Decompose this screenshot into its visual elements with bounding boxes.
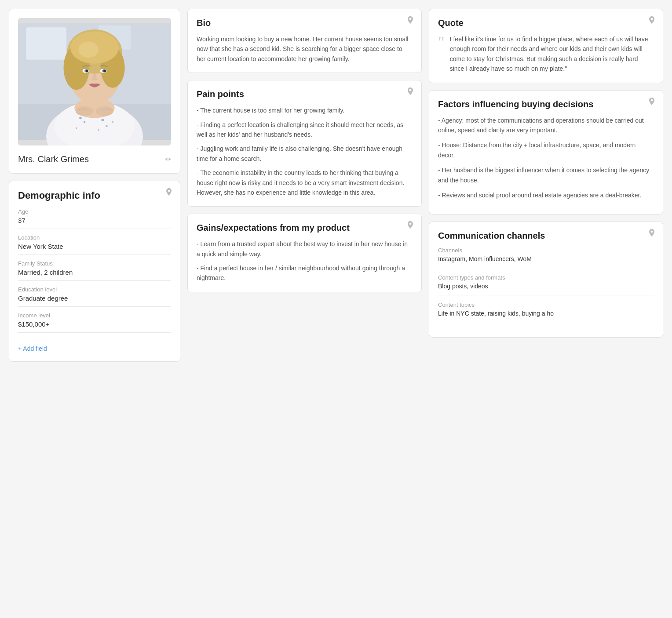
- profile-name-row: Mrs. Clark Grimes ✏: [18, 151, 171, 164]
- pain-points-pin-icon[interactable]: [406, 87, 414, 99]
- gains-card: Gains/expectations from my product - Lea…: [187, 214, 422, 292]
- demographic-pin-icon[interactable]: [165, 188, 173, 200]
- quote-text: I feel like it's time for us to find a b…: [450, 34, 654, 74]
- communication-field: Content types and formats Blog posts, vi…: [438, 274, 654, 295]
- demographic-field-label: Family Status: [18, 260, 171, 267]
- communication-field-value: Blog posts, videos: [438, 283, 654, 295]
- add-field-button[interactable]: + Add field: [18, 345, 47, 352]
- pain-points-card: Pain points - The current house is too s…: [187, 80, 422, 207]
- pain-points-content: - The current house is too small for her…: [197, 105, 413, 197]
- profile-name: Mrs. Clark Grimes: [18, 154, 89, 164]
- factors-pin-icon[interactable]: [648, 98, 656, 109]
- communication-field-label: Content types and formats: [438, 274, 654, 281]
- gains-pin-icon[interactable]: [406, 221, 414, 233]
- left-column: Mrs. Clark Grimes ✏ Demographic info Age…: [9, 9, 180, 362]
- quote-title: Quote: [438, 18, 654, 28]
- communication-card: Communication channels Channels Instagra…: [429, 222, 663, 338]
- demographic-field-label: Age: [18, 208, 171, 215]
- communication-pin-icon[interactable]: [648, 229, 656, 241]
- svg-point-30: [66, 73, 70, 77]
- communication-field-label: Channels: [438, 247, 654, 254]
- svg-point-26: [103, 70, 106, 72]
- quote-mark: ": [438, 34, 445, 74]
- demographic-field: Location New York State: [18, 234, 171, 255]
- quote-pin-icon[interactable]: [648, 16, 656, 28]
- communication-field: Channels Instagram, Mom influencers, WoM: [438, 247, 654, 268]
- svg-point-6: [79, 117, 81, 119]
- demographic-field: Age 37: [18, 208, 171, 229]
- profile-image: [18, 18, 171, 145]
- demographic-card: Demographic info Age 37 Location New Yor…: [9, 181, 180, 362]
- pain-point-item: - The economic instability in the countr…: [197, 168, 413, 197]
- gains-content: - Learn from a trusted expert about the …: [197, 239, 413, 283]
- gains-item: - Find a perfect house in her / similar …: [197, 263, 413, 283]
- demographic-field-label: Location: [18, 234, 171, 241]
- pain-point-item: - The current house is too small for her…: [197, 105, 413, 115]
- quote-card: Quote " I feel like it's time for us to …: [429, 9, 663, 83]
- svg-point-31: [103, 108, 106, 111]
- demographic-fields: Age 37 Location New York State Family St…: [18, 208, 171, 333]
- communication-field-label: Content topics: [438, 302, 654, 308]
- communication-title: Communication channels: [438, 231, 654, 241]
- bio-title: Bio: [197, 18, 413, 28]
- communication-field: Content topics Life in NYC state, raisin…: [438, 302, 654, 322]
- demographic-field-value: Married, 2 children: [18, 269, 171, 281]
- factors-content: - Agency: most of the communications and…: [438, 116, 654, 200]
- demographic-field-value: Graduate degree: [18, 294, 171, 307]
- bio-text: Working mom looking to buy a new home. H…: [197, 34, 413, 64]
- demographic-field-value: $150,000+: [18, 320, 171, 333]
- svg-point-11: [98, 129, 99, 131]
- factors-item: - Reviews and social proof around real e…: [438, 190, 654, 200]
- communication-fields: Channels Instagram, Mom influencers, WoM…: [438, 247, 654, 322]
- demographic-field-label: Education level: [18, 286, 171, 293]
- profile-card: Mrs. Clark Grimes ✏: [9, 9, 180, 174]
- factors-item: - Agency: most of the communications and…: [438, 116, 654, 135]
- factors-item: - House: Distance from the city + local …: [438, 140, 654, 160]
- demographic-field-value: New York State: [18, 243, 171, 255]
- svg-point-28: [76, 106, 93, 116]
- pain-points-title: Pain points: [197, 89, 413, 99]
- bio-card: Bio Working mom looking to buy a new hom…: [187, 9, 422, 73]
- svg-point-9: [102, 119, 104, 121]
- middle-column: Bio Working mom looking to buy a new hom…: [187, 9, 422, 362]
- demographic-field-value: 37: [18, 217, 171, 229]
- bio-pin-icon[interactable]: [406, 16, 414, 28]
- edit-icon[interactable]: ✏: [165, 155, 171, 164]
- demographic-field: Income level $150,000+: [18, 312, 171, 333]
- right-column: Quote " I feel like it's time for us to …: [429, 9, 663, 362]
- svg-point-13: [112, 121, 113, 123]
- demographic-field-label: Income level: [18, 312, 171, 319]
- demographic-title: Demographic info: [18, 190, 171, 201]
- factors-title: Factors influencing buying decisions: [438, 99, 654, 109]
- svg-point-20: [78, 41, 99, 58]
- profile-image-wrapper: [18, 18, 171, 145]
- svg-point-25: [86, 70, 88, 72]
- gains-title: Gains/expectations from my product: [197, 223, 413, 233]
- pain-point-item: - Juggling work and family life is also …: [197, 144, 413, 164]
- demographic-field: Education level Graduate degree: [18, 286, 171, 307]
- svg-point-12: [76, 127, 77, 129]
- demographic-field: Family Status Married, 2 children: [18, 260, 171, 281]
- svg-rect-2: [26, 27, 66, 59]
- svg-point-10: [106, 125, 108, 127]
- pain-point-item: - Finding a perfect location is challeng…: [197, 120, 413, 140]
- gains-item: - Learn from a trusted expert about the …: [197, 239, 413, 259]
- communication-field-value: Life in NYC state, raising kids, buying …: [438, 310, 654, 322]
- factors-card: Factors influencing buying decisions - A…: [429, 90, 663, 215]
- communication-field-value: Instagram, Mom influencers, WoM: [438, 255, 654, 268]
- svg-point-7: [84, 121, 86, 123]
- factors-item: - Her husband is the biggest influencer …: [438, 165, 654, 185]
